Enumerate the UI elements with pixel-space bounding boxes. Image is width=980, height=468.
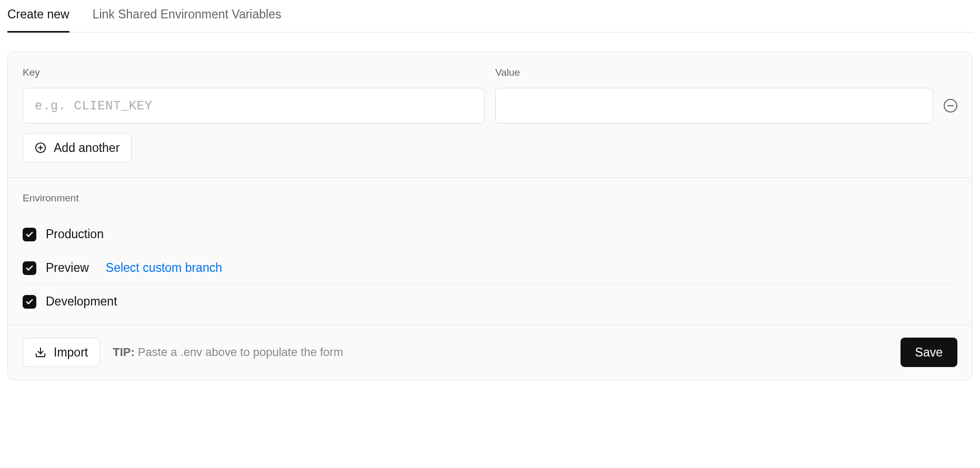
add-another-button[interactable]: Add another [23, 133, 132, 162]
env-label-development: Development [46, 294, 117, 309]
import-label: Import [54, 345, 88, 360]
key-value-section: Key Value Add another [8, 52, 972, 177]
save-button[interactable]: Save [901, 338, 957, 367]
import-button[interactable]: Import [23, 338, 100, 367]
check-icon [25, 298, 34, 306]
value-input[interactable] [495, 88, 933, 124]
select-custom-branch-link[interactable]: Select custom branch [106, 261, 222, 275]
tip-text: TIP: Paste a .env above to populate the … [113, 345, 343, 359]
env-row-preview: Preview Select custom branch [23, 251, 957, 285]
download-icon [35, 347, 46, 358]
environment-title: Environment [23, 192, 957, 204]
checkbox-development[interactable] [23, 295, 36, 309]
add-another-label: Add another [54, 141, 119, 155]
checkbox-production[interactable] [23, 228, 36, 241]
plus-circle-icon [35, 142, 46, 154]
key-input[interactable] [23, 88, 485, 124]
key-label: Key [23, 67, 485, 78]
env-label-production: Production [46, 227, 104, 241]
value-label: Value [495, 67, 957, 78]
tab-link-shared[interactable]: Link Shared Environment Variables [93, 7, 282, 33]
value-field: Value [495, 67, 957, 124]
remove-row-button[interactable] [944, 99, 957, 113]
env-var-card: Key Value Add another Environment [7, 52, 973, 380]
tip-label: TIP: [113, 345, 135, 359]
card-footer: Import TIP: Paste a .env above to popula… [8, 324, 972, 380]
checkbox-preview[interactable] [23, 261, 36, 275]
key-field: Key [23, 67, 485, 124]
environment-section: Environment Production Preview Select cu… [8, 178, 972, 324]
tab-create-new[interactable]: Create new [7, 7, 69, 33]
check-icon [25, 264, 34, 272]
env-row-development: Development [23, 285, 957, 318]
env-label-preview: Preview [46, 261, 89, 275]
tabs: Create new Link Shared Environment Varia… [7, 7, 973, 33]
check-icon [25, 230, 34, 239]
tip-body: Paste a .env above to populate the form [135, 345, 343, 359]
env-row-production: Production [23, 218, 957, 251]
